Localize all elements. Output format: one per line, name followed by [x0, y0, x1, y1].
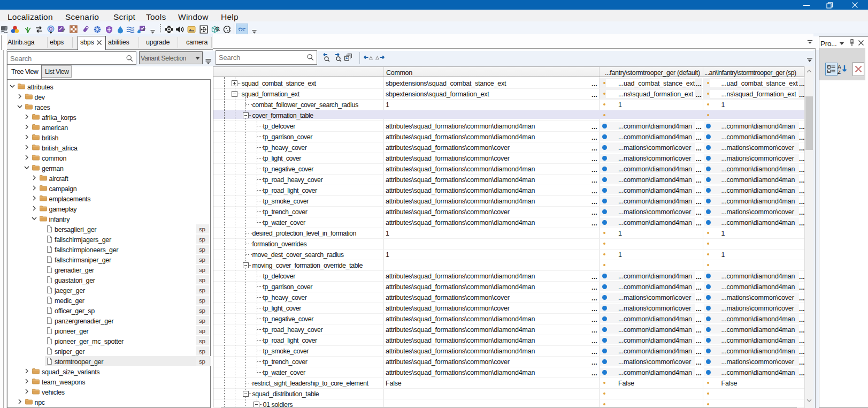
svg-text:Z: Z: [838, 69, 841, 75]
